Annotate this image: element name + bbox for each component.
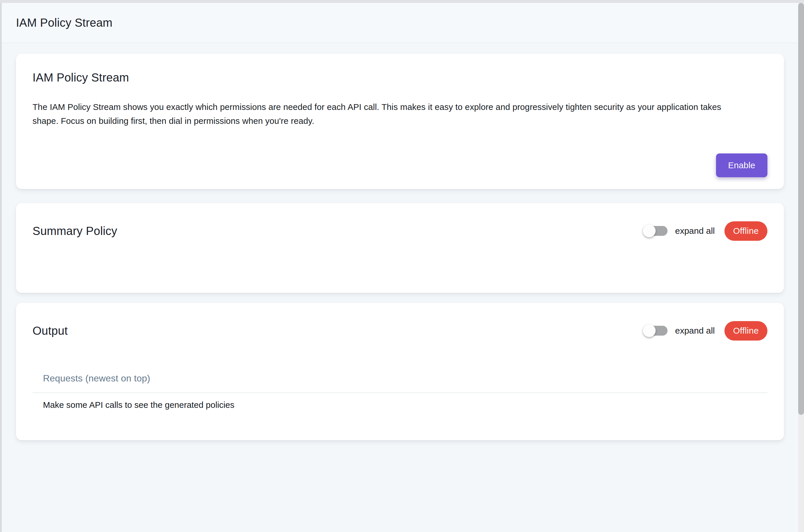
summary-card-header-row: Summary Policy expand all Offline [33, 219, 767, 243]
requests-empty-message: Make some API calls to see the generated… [33, 393, 767, 410]
requests-section: Requests (newest on top) Make some API c… [33, 373, 767, 410]
summary-policy-card: Summary Policy expand all Offline [16, 203, 784, 293]
page-title: IAM Policy Stream [16, 16, 112, 29]
scrollbar-thumb[interactable] [798, 3, 804, 415]
toggle-knob [643, 324, 656, 337]
summary-card-title: Summary Policy [33, 225, 117, 238]
window-chrome-top [0, 0, 804, 3]
intro-card-title: IAM Policy Stream [33, 71, 767, 84]
output-card-title: Output [33, 324, 68, 337]
output-card: Output expand all Offline Requests (newe… [16, 303, 784, 440]
window-chrome-left [0, 3, 2, 532]
toggle-knob [643, 225, 656, 237]
output-card-header-row: Output expand all Offline [33, 319, 767, 343]
intro-card-description: The IAM Policy Stream shows you exactly … [33, 100, 735, 128]
summary-card-controls: expand all Offline [643, 221, 767, 241]
page-header: IAM Policy Stream [2, 3, 798, 43]
summary-expand-all-toggle[interactable] [643, 226, 668, 236]
offline-status-badge: Offline [725, 321, 767, 341]
page: IAM Policy Stream IAM Policy Stream The … [2, 3, 798, 532]
output-expand-all-toggle[interactable] [643, 326, 668, 336]
page-content: IAM Policy Stream The IAM Policy Stream … [2, 43, 798, 440]
expand-all-label: expand all [675, 226, 715, 236]
requests-heading: Requests (newest on top) [33, 373, 767, 384]
enable-button[interactable]: Enable [716, 153, 767, 177]
expand-all-label: expand all [675, 326, 715, 336]
window: IAM Policy Stream IAM Policy Stream The … [0, 0, 804, 532]
offline-status-badge: Offline [725, 221, 767, 241]
intro-card: IAM Policy Stream The IAM Policy Stream … [16, 54, 784, 189]
output-card-controls: expand all Offline [643, 321, 767, 341]
scrollbar-track[interactable] [798, 3, 804, 532]
intro-card-actions: Enable [33, 153, 767, 177]
